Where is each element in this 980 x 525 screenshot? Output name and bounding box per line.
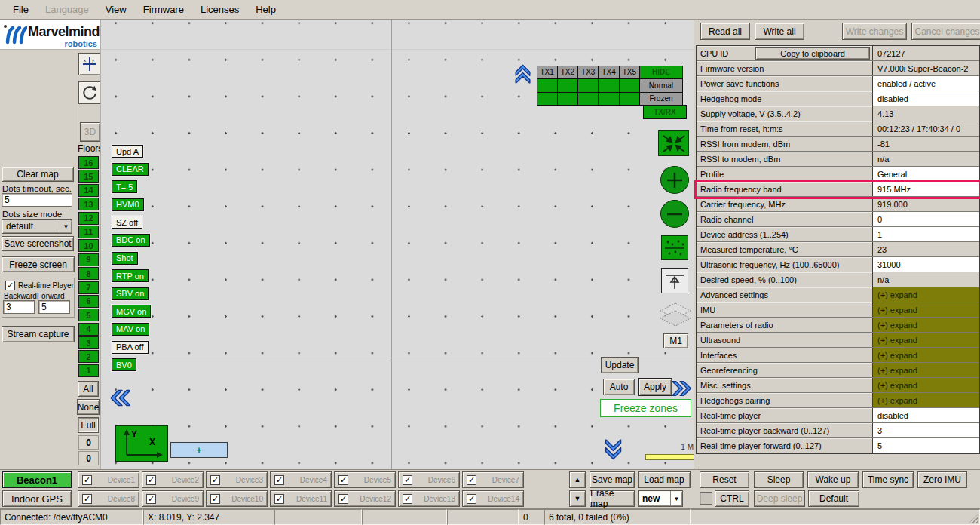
add-submap-button[interactable]: + (170, 442, 228, 458)
tx-normal-cell-1[interactable] (537, 78, 558, 93)
tx-normal-cell-5[interactable] (619, 78, 640, 93)
device-toggle-device5[interactable]: ✓Device5 (334, 471, 396, 488)
fit-to-screen-button[interactable] (658, 130, 689, 156)
device-toggle-device1[interactable]: ✓Device1 (78, 471, 139, 488)
copy-to-clipboard-button[interactable]: Copy to clipboard (755, 47, 870, 60)
time-sync-button[interactable]: Time sync (862, 471, 914, 488)
map-toggle-sbv-on[interactable]: SBV on (112, 287, 149, 300)
floors-full-button[interactable]: Full (78, 417, 99, 433)
checkbox-checked-icon[interactable]: ✓ (82, 494, 92, 504)
realtime-player-checkbox[interactable]: ✓ (5, 281, 15, 290)
default-button[interactable]: Default (808, 490, 859, 507)
floor-button-13[interactable]: 13 (78, 198, 99, 210)
checkbox-checked-icon[interactable]: ✓ (338, 475, 348, 485)
map-toggle-mgv-on[interactable]: MGV on (112, 305, 151, 318)
ctrl-checkbox[interactable] (700, 492, 712, 505)
param-value[interactable]: (+) expand (873, 363, 979, 377)
dots-timeout-input[interactable] (2, 193, 72, 207)
freeze-zones-button[interactable]: Freeze zones (600, 399, 691, 417)
checkbox-checked-icon[interactable]: ✓ (467, 494, 476, 504)
device-toggle-device7[interactable]: ✓Device7 (462, 471, 524, 488)
freeze-screen-button[interactable]: Freeze screen (2, 256, 75, 272)
apply-button[interactable]: Apply (639, 379, 672, 395)
device-toggle-device10[interactable]: ✓Device10 (206, 490, 268, 507)
axes-view-button[interactable]: xy (78, 53, 101, 75)
tx-hide-button[interactable]: HIDE (639, 66, 683, 80)
map-toggle-t-5[interactable]: T= 5 (112, 180, 137, 193)
cancel-changes-button[interactable]: Cancel changes (911, 23, 980, 40)
param-value[interactable]: (+) expand (873, 318, 979, 332)
map-toggle-mav-on[interactable]: MAV on (112, 323, 149, 336)
ctrl-button[interactable]: CTRL (715, 490, 749, 507)
3d-view-button[interactable]: 3D (80, 122, 100, 142)
checkbox-checked-icon[interactable]: ✓ (210, 494, 220, 504)
floor-button-9[interactable]: 9 (78, 253, 99, 266)
checkbox-checked-icon[interactable]: ✓ (274, 494, 284, 504)
param-value[interactable]: (+) expand (873, 378, 979, 392)
menu-help[interactable]: Help (247, 0, 284, 19)
checkbox-checked-icon[interactable]: ✓ (274, 475, 284, 485)
m1-map-button[interactable]: M1 (663, 333, 688, 348)
chevron-double-right-icon[interactable] (672, 376, 694, 398)
floor-button-15[interactable]: 15 (78, 170, 99, 183)
zoom-in-button[interactable] (660, 166, 689, 194)
map-toggle-sz-off[interactable]: SZ off (112, 216, 142, 229)
write-all-button[interactable]: Write all (755, 23, 804, 40)
device-toggle-device6[interactable]: ✓Device6 (398, 471, 460, 488)
tx-normal-cell-4[interactable] (598, 78, 619, 93)
map-toggle-bv0[interactable]: BV0 (112, 358, 136, 371)
deep-sleep-button[interactable]: Deep sleep (754, 490, 805, 507)
param-value[interactable]: (+) expand (873, 393, 979, 407)
floor-button-8[interactable]: 8 (78, 267, 99, 280)
device-toggle-device8[interactable]: ✓Device8 (78, 490, 139, 507)
floor-button-2[interactable]: 2 (78, 350, 99, 363)
write-changes-button[interactable]: Write changes (842, 23, 907, 40)
device-toggle-device12[interactable]: ✓Device12 (334, 490, 396, 507)
chevron-double-down-icon[interactable] (603, 440, 626, 462)
load-map-button[interactable]: Load map (638, 471, 691, 488)
tx-normal-button[interactable]: Normal (639, 78, 683, 93)
chevron-double-up-icon[interactable] (512, 63, 532, 84)
checkbox-checked-icon[interactable]: ✓ (467, 475, 476, 485)
update-button[interactable]: Update (601, 357, 639, 373)
tx-txrx-button[interactable]: TX/RX (643, 105, 687, 119)
floor-button-7[interactable]: 7 (78, 281, 99, 294)
layers-icon[interactable] (659, 302, 692, 332)
device-toggle-device13[interactable]: ✓Device13 (398, 490, 460, 507)
tx-normal-cell-3[interactable] (577, 78, 599, 93)
floor-button-4[interactable]: 4 (78, 323, 99, 336)
tx-column-tx5[interactable]: TX5 (619, 66, 640, 80)
floor-button-6[interactable]: 6 (78, 295, 99, 308)
chevron-double-left-icon[interactable] (108, 388, 130, 410)
indoor-gps-tab-button[interactable]: Indoor GPS (2, 490, 72, 507)
read-all-button[interactable]: Read all (700, 23, 750, 40)
dots-size-combo[interactable]: default ▼ (2, 219, 72, 234)
checkbox-checked-icon[interactable]: ✓ (146, 494, 156, 504)
map-canvas[interactable]: Upd ACLEART= 5HVM0SZ offBDC onShotRTP on… (100, 20, 694, 469)
map-toggle-hvm0[interactable]: HVM0 (112, 198, 144, 211)
floors-all-button[interactable]: All (78, 381, 99, 397)
chevron-down-icon[interactable]: ▼ (670, 491, 682, 506)
map-toggle-rtp-on[interactable]: RTP on (112, 269, 149, 282)
save-map-button[interactable]: Save map (590, 471, 635, 488)
checkbox-checked-icon[interactable]: ✓ (210, 475, 220, 485)
checkbox-checked-icon[interactable]: ✓ (146, 475, 156, 485)
menu-view[interactable]: View (97, 0, 135, 19)
checkbox-checked-icon[interactable]: ✓ (338, 494, 348, 504)
auto-button[interactable]: Auto (603, 379, 635, 395)
resize-grip[interactable] (969, 514, 978, 523)
param-value[interactable]: (+) expand (873, 348, 979, 362)
device-toggle-device14[interactable]: ✓Device14 (462, 490, 524, 507)
rotate-view-button[interactable] (78, 81, 101, 104)
floor-button-10[interactable]: 10 (78, 239, 99, 252)
tx-frozen-button[interactable]: Frozen (639, 92, 683, 106)
device-toggle-device4[interactable]: ✓Device4 (270, 471, 332, 488)
floor-button-1[interactable]: 1 (78, 364, 99, 377)
menu-licenses[interactable]: Licenses (192, 0, 247, 19)
menu-firmware[interactable]: Firmware (135, 0, 192, 19)
sleep-button[interactable]: Sleep (754, 471, 804, 488)
erase-map-button[interactable]: Erase map (590, 490, 635, 507)
checkbox-checked-icon[interactable]: ✓ (403, 494, 412, 504)
param-value[interactable]: (+) expand (873, 333, 979, 347)
reset-button[interactable]: Reset (700, 471, 749, 488)
